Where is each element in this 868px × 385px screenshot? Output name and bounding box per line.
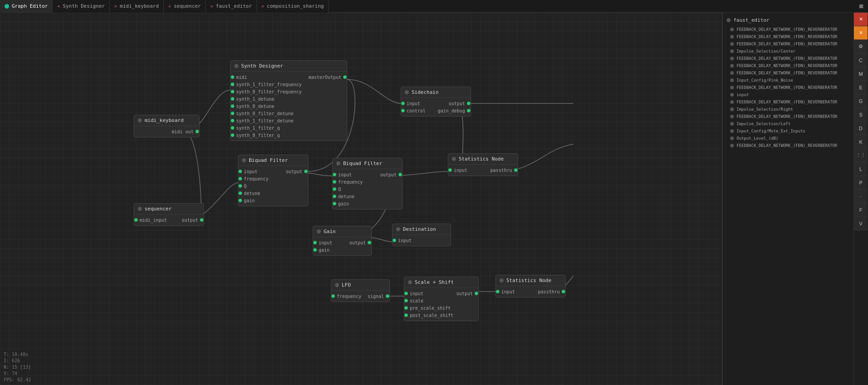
faust-item-12[interactable]: FEEDBACK_DELAY_NETWORK_(FDN)_REVERBERATO… xyxy=(723,113,853,120)
faust-item-8[interactable]: FEEDBACK_DELAY_NETWORK_(FDN)_REVERBERATO… xyxy=(723,84,853,91)
sidebar-btn-v[interactable]: V xyxy=(854,217,868,230)
port-circle-stats1-pass[interactable] xyxy=(514,168,518,172)
node-statistics-2[interactable]: Statistics Node input passthru xyxy=(495,275,566,297)
tab-faust-editor[interactable]: ✕ faust_editor xyxy=(206,0,257,13)
port-circle-sd-s0fd[interactable] xyxy=(231,112,234,115)
port-circle-dest-input[interactable] xyxy=(393,239,396,242)
tab-sequencer[interactable]: ✕ sequencer xyxy=(164,0,206,13)
sidebar-btn-g[interactable]: G xyxy=(854,94,868,108)
port-circle-gain-input[interactable] xyxy=(313,241,317,244)
node-biquad-filter-1[interactable]: Biquad Filter input output frequency xyxy=(238,155,308,206)
port-circle-gain-out[interactable] xyxy=(368,241,371,244)
node-lfo[interactable]: LFO frequency signal xyxy=(331,279,390,302)
faust-item-13[interactable]: Impulse_Selection/Left xyxy=(723,120,853,127)
port-circle-bq2-freq[interactable] xyxy=(333,180,336,184)
port-circle-sd-s0d[interactable] xyxy=(231,104,234,108)
port-circle-ss-scale[interactable] xyxy=(404,299,408,302)
port-circle-lfo-signal[interactable] xyxy=(386,294,389,298)
tab-composition-sharing[interactable]: ✕ composition_sharing xyxy=(257,0,329,13)
port-circle-midi-out[interactable] xyxy=(195,130,199,133)
menu-button[interactable]: ≡ xyxy=(854,0,868,13)
port-circle-sd-s1fq[interactable] xyxy=(231,126,234,130)
port-circle-ss-input[interactable] xyxy=(404,292,408,295)
node-synth-designer[interactable]: Synth Designer midi masterOutput synth_1… xyxy=(230,60,347,141)
port-circle-gain-gain[interactable] xyxy=(313,248,317,252)
faust-item-9[interactable]: input xyxy=(723,91,853,98)
port-circle-sd-s0fq[interactable] xyxy=(231,133,234,137)
faust-item-14[interactable]: Input_Config/Mute_Ext_Inputs xyxy=(723,127,853,135)
faust-item-10[interactable]: FEEDBACK_DELAY_NETWORK_(FDN)_REVERBERATO… xyxy=(723,98,853,106)
port-circle-bq2-detune[interactable] xyxy=(333,195,336,198)
port-circle-bq2-q[interactable] xyxy=(333,187,336,191)
node-sidechain[interactable]: Sidechain input output control ga xyxy=(401,87,471,117)
tab-close-faust[interactable]: ✕ xyxy=(210,4,213,9)
faust-item-4[interactable]: FEEDBACK_DELAY_NETWORK_(FDN)_REVERBERATO… xyxy=(723,55,853,62)
port-circle-bq1-freq[interactable] xyxy=(238,177,242,180)
port-circle-stats2-input[interactable] xyxy=(496,290,499,293)
port-circle-bq2-input[interactable] xyxy=(333,173,336,176)
port-circle-ss-out[interactable] xyxy=(475,292,478,295)
port-circle-sd-master[interactable] xyxy=(343,75,347,79)
port-circle-sd-s1fd[interactable] xyxy=(231,119,234,122)
node-scale-shift[interactable]: Scale + Shift input output scale xyxy=(404,277,479,321)
tab-close-sequencer[interactable]: ✕ xyxy=(168,4,171,9)
port-circle-sc-debug[interactable] xyxy=(467,109,470,112)
node-statistics-1[interactable]: Statistics Node input passthru xyxy=(448,153,518,176)
port-circle-stats1-input[interactable] xyxy=(448,168,452,172)
port-circle-bq2-out[interactable] xyxy=(398,173,402,176)
sidebar-btn-f[interactable]: F xyxy=(854,203,868,217)
port-circle-sd-s0ff[interactable] xyxy=(231,90,234,93)
sidebar-btn-l[interactable]: L xyxy=(854,162,868,176)
port-circle-seq-midi[interactable] xyxy=(134,218,138,222)
port-circle-bq2-gain[interactable] xyxy=(333,202,336,205)
sidebar-btn-grid[interactable]: ⋮⋮ xyxy=(854,149,868,162)
faust-item-7[interactable]: Input_Config/Pink_Noise xyxy=(723,77,853,84)
faust-item-0[interactable]: FEEDBACK_DELAY_NETWORK_(FDN)_REVERBERATO… xyxy=(723,26,853,33)
port-circle-sd-s1d[interactable] xyxy=(231,97,234,101)
faust-item-3[interactable]: Impulse_Selection/Center xyxy=(723,48,853,55)
faust-item-2[interactable]: FEEDBACK_DELAY_NETWORK_(FDN)_REVERBERATO… xyxy=(723,40,853,48)
faust-item-6[interactable]: FEEDBACK_DELAY_NETWORK_(FDN)_REVERBERATO… xyxy=(723,69,853,77)
port-circle-sc-out[interactable] xyxy=(467,102,470,105)
faust-item-1[interactable]: FEEDBACK_DELAY_NETWORK_(FDN)_REVERBERATO… xyxy=(723,33,853,40)
node-destination[interactable]: Destination input xyxy=(392,224,451,246)
sidebar-btn-p[interactable]: P xyxy=(854,176,868,190)
sidebar-btn-c[interactable]: C xyxy=(854,54,868,67)
tab-synth-designer[interactable]: ✕ Synth Designer xyxy=(53,0,110,13)
node-midi-keyboard[interactable]: midi_keyboard midi out xyxy=(134,115,199,137)
port-circle-bq1-input[interactable] xyxy=(238,170,242,173)
tab-close-composition[interactable]: ✕ xyxy=(262,4,264,9)
tab-close-synth[interactable]: ✕ xyxy=(57,4,60,9)
faust-item-5[interactable]: FEEDBACK_DELAY_NETWORK_(FDN)_REVERBERATO… xyxy=(723,62,853,69)
port-circle-sd-s1ff[interactable] xyxy=(231,83,234,86)
port-circle-ss-posts[interactable] xyxy=(404,313,408,317)
sidebar-btn-gear[interactable]: ⚙ xyxy=(854,40,868,54)
port-circle-seq-out[interactable] xyxy=(200,218,204,222)
port-circle-ss-pss[interactable] xyxy=(404,306,408,310)
port-circle-bq1-q[interactable] xyxy=(238,184,242,188)
port-circle-sd-midi[interactable] xyxy=(231,75,234,79)
port-circle-lfo-freq[interactable] xyxy=(331,294,335,298)
sidebar-btn-orange[interactable]: ✕ xyxy=(854,26,868,40)
sidebar-btn-m[interactable]: M xyxy=(854,67,868,81)
port-circle-bq1-gain[interactable] xyxy=(238,199,242,202)
faust-item-16[interactable]: FEEDBACK_DELAY_NETWORK_(FDN)_REVERBERATO… xyxy=(723,142,853,149)
tab-close-midi[interactable]: ✕ xyxy=(114,4,117,9)
sidebar-btn-d[interactable]: D xyxy=(854,122,868,135)
port-circle-bq1-detune[interactable] xyxy=(238,191,242,195)
port-circle-stats2-pass[interactable] xyxy=(562,290,565,293)
sidebar-btn-e[interactable]: E xyxy=(854,81,868,94)
port-circle-sc-input[interactable] xyxy=(401,102,405,105)
sidebar-btn-dot[interactable]: · xyxy=(854,190,868,203)
sidebar-btn-k[interactable]: K xyxy=(854,135,868,149)
faust-item-11[interactable]: Impulse_Selection/Right xyxy=(723,106,853,113)
port-circle-sc-control[interactable] xyxy=(401,109,405,112)
node-gain[interactable]: Gain input output gain xyxy=(313,226,372,256)
tab-midi-keyboard[interactable]: ✕ midi_keyboard xyxy=(110,0,164,13)
sidebar-btn-x[interactable]: ✕ xyxy=(854,13,868,26)
node-biquad-filter-2[interactable]: Biquad Filter input output frequency xyxy=(332,158,402,210)
port-circle-bq1-out[interactable] xyxy=(304,170,308,173)
faust-item-15[interactable]: Output_Level_(dB) xyxy=(723,135,853,142)
sidebar-btn-s[interactable]: S xyxy=(854,108,868,122)
node-sequencer[interactable]: sequencer midi_input output xyxy=(134,203,204,226)
